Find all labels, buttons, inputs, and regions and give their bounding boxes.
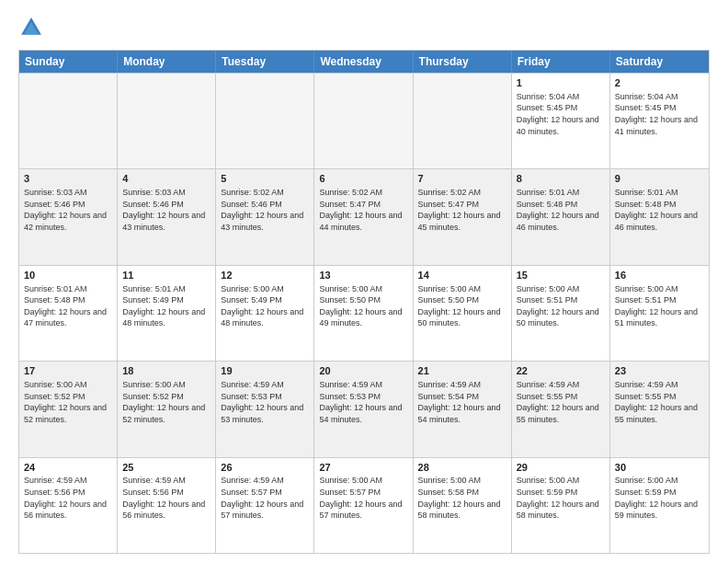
day-number: 1 (517, 76, 605, 90)
calendar-row-2: 3Sunrise: 5:03 AMSunset: 5:46 PMDaylight… (19, 168, 709, 264)
day-number: 22 (517, 364, 605, 378)
cell-info: Sunrise: 5:00 AMSunset: 5:51 PMDaylight:… (517, 283, 605, 329)
cell-info: Sunrise: 4:59 AMSunset: 5:55 PMDaylight:… (517, 379, 605, 425)
cal-cell-3: 3Sunrise: 5:03 AMSunset: 5:46 PMDaylight… (19, 169, 118, 264)
cell-info: Sunrise: 5:00 AMSunset: 5:59 PMDaylight:… (615, 475, 704, 521)
cal-cell-26: 26Sunrise: 4:59 AMSunset: 5:57 PMDayligh… (216, 458, 314, 553)
cell-info: Sunrise: 5:01 AMSunset: 5:48 PMDaylight:… (517, 187, 605, 233)
calendar-header: SundayMondayTuesdayWednesdayThursdayFrid… (19, 51, 709, 73)
cal-cell-12: 12Sunrise: 5:00 AMSunset: 5:49 PMDayligh… (216, 266, 314, 361)
cal-cell-19: 19Sunrise: 4:59 AMSunset: 5:53 PMDayligh… (216, 362, 314, 456)
cal-cell-9: 9Sunrise: 5:01 AMSunset: 5:48 PMDaylight… (610, 169, 709, 264)
cal-cell-8: 8Sunrise: 5:01 AMSunset: 5:48 PMDaylight… (512, 169, 610, 264)
cell-info: Sunrise: 5:00 AMSunset: 5:50 PMDaylight:… (319, 283, 407, 329)
header-day-thursday: Thursday (414, 51, 512, 73)
logo (18, 15, 48, 40)
calendar-row-1: 1Sunrise: 5:04 AMSunset: 5:45 PMDaylight… (19, 73, 709, 168)
cell-info: Sunrise: 4:59 AMSunset: 5:57 PMDaylight:… (221, 475, 309, 521)
cell-info: Sunrise: 5:02 AMSunset: 5:46 PMDaylight:… (221, 187, 309, 233)
cal-cell-24: 24Sunrise: 4:59 AMSunset: 5:56 PMDayligh… (19, 458, 118, 553)
cell-info: Sunrise: 5:00 AMSunset: 5:51 PMDaylight:… (615, 283, 704, 329)
header-day-saturday: Saturday (610, 51, 709, 73)
header (18, 15, 710, 40)
cell-info: Sunrise: 4:59 AMSunset: 5:55 PMDaylight:… (615, 379, 704, 425)
cell-info: Sunrise: 5:03 AMSunset: 5:46 PMDaylight:… (24, 187, 112, 233)
header-day-sunday: Sunday (19, 51, 118, 73)
cell-info: Sunrise: 5:04 AMSunset: 5:45 PMDaylight:… (517, 91, 605, 137)
cell-info: Sunrise: 5:03 AMSunset: 5:46 PMDaylight:… (122, 187, 210, 233)
cell-info: Sunrise: 5:01 AMSunset: 5:49 PMDaylight:… (122, 283, 210, 329)
cell-info: Sunrise: 4:59 AMSunset: 5:56 PMDaylight:… (24, 475, 112, 521)
cal-cell-13: 13Sunrise: 5:00 AMSunset: 5:50 PMDayligh… (314, 266, 413, 361)
cal-cell-14: 14Sunrise: 5:00 AMSunset: 5:50 PMDayligh… (414, 266, 512, 361)
day-number: 11 (122, 269, 210, 282)
cell-info: Sunrise: 4:59 AMSunset: 5:56 PMDaylight:… (122, 475, 210, 521)
day-number: 25 (122, 461, 210, 475)
cell-info: Sunrise: 5:01 AMSunset: 5:48 PMDaylight:… (24, 283, 112, 329)
calendar-row-5: 24Sunrise: 4:59 AMSunset: 5:56 PMDayligh… (19, 457, 709, 553)
header-day-monday: Monday (118, 51, 216, 73)
calendar: SundayMondayTuesdayWednesdayThursdayFrid… (18, 50, 710, 554)
day-number: 21 (418, 364, 506, 378)
calendar-row-4: 17Sunrise: 5:00 AMSunset: 5:52 PMDayligh… (19, 361, 709, 456)
calendar-body: 1Sunrise: 5:04 AMSunset: 5:45 PMDaylight… (19, 73, 709, 553)
day-number: 17 (24, 364, 112, 378)
cell-info: Sunrise: 5:02 AMSunset: 5:47 PMDaylight:… (319, 187, 407, 233)
day-number: 19 (221, 364, 309, 378)
cal-cell-11: 11Sunrise: 5:01 AMSunset: 5:49 PMDayligh… (118, 266, 216, 361)
day-number: 8 (517, 172, 605, 186)
day-number: 15 (517, 269, 605, 282)
cal-cell-empty-1 (118, 74, 216, 168)
cal-cell-29: 29Sunrise: 5:00 AMSunset: 5:59 PMDayligh… (512, 458, 610, 553)
day-number: 20 (319, 364, 407, 378)
day-number: 5 (221, 172, 309, 186)
cal-cell-15: 15Sunrise: 5:00 AMSunset: 5:51 PMDayligh… (512, 266, 610, 361)
header-day-wednesday: Wednesday (314, 51, 413, 73)
cal-cell-empty-3 (314, 74, 413, 168)
day-number: 2 (615, 76, 704, 90)
day-number: 28 (418, 461, 506, 475)
day-number: 14 (418, 269, 506, 282)
cell-info: Sunrise: 5:00 AMSunset: 5:58 PMDaylight:… (418, 475, 506, 521)
cal-cell-20: 20Sunrise: 4:59 AMSunset: 5:53 PMDayligh… (314, 362, 413, 456)
day-number: 26 (221, 461, 309, 475)
cell-info: Sunrise: 5:00 AMSunset: 5:49 PMDaylight:… (221, 283, 309, 329)
cell-info: Sunrise: 4:59 AMSunset: 5:53 PMDaylight:… (221, 379, 309, 425)
calendar-row-3: 10Sunrise: 5:01 AMSunset: 5:48 PMDayligh… (19, 265, 709, 361)
cal-cell-23: 23Sunrise: 4:59 AMSunset: 5:55 PMDayligh… (610, 362, 709, 456)
day-number: 7 (418, 172, 506, 186)
logo-icon (18, 15, 44, 40)
cell-info: Sunrise: 5:00 AMSunset: 5:57 PMDaylight:… (319, 475, 407, 521)
day-number: 13 (319, 269, 407, 282)
cal-cell-10: 10Sunrise: 5:01 AMSunset: 5:48 PMDayligh… (19, 266, 118, 361)
cal-cell-18: 18Sunrise: 5:00 AMSunset: 5:52 PMDayligh… (118, 362, 216, 456)
cell-info: Sunrise: 5:00 AMSunset: 5:52 PMDaylight:… (122, 379, 210, 425)
cal-cell-25: 25Sunrise: 4:59 AMSunset: 5:56 PMDayligh… (118, 458, 216, 553)
cal-cell-16: 16Sunrise: 5:00 AMSunset: 5:51 PMDayligh… (610, 266, 709, 361)
day-number: 29 (517, 461, 605, 475)
cell-info: Sunrise: 5:02 AMSunset: 5:47 PMDaylight:… (418, 187, 506, 233)
cal-cell-30: 30Sunrise: 5:00 AMSunset: 5:59 PMDayligh… (610, 458, 709, 553)
day-number: 4 (122, 172, 210, 186)
cal-cell-22: 22Sunrise: 4:59 AMSunset: 5:55 PMDayligh… (512, 362, 610, 456)
cal-cell-6: 6Sunrise: 5:02 AMSunset: 5:47 PMDaylight… (314, 169, 413, 264)
day-number: 3 (24, 172, 112, 186)
cal-cell-7: 7Sunrise: 5:02 AMSunset: 5:47 PMDaylight… (414, 169, 512, 264)
cal-cell-27: 27Sunrise: 5:00 AMSunset: 5:57 PMDayligh… (314, 458, 413, 553)
header-day-tuesday: Tuesday (216, 51, 314, 73)
cal-cell-5: 5Sunrise: 5:02 AMSunset: 5:46 PMDaylight… (216, 169, 314, 264)
day-number: 24 (24, 461, 112, 475)
cal-cell-2: 2Sunrise: 5:04 AMSunset: 5:45 PMDaylight… (610, 74, 709, 168)
cell-info: Sunrise: 5:00 AMSunset: 5:50 PMDaylight:… (418, 283, 506, 329)
cal-cell-empty-4 (414, 74, 512, 168)
day-number: 10 (24, 269, 112, 282)
header-day-friday: Friday (512, 51, 610, 73)
page: SundayMondayTuesdayWednesdayThursdayFrid… (0, 0, 728, 563)
day-number: 16 (615, 269, 704, 282)
cal-cell-17: 17Sunrise: 5:00 AMSunset: 5:52 PMDayligh… (19, 362, 118, 456)
day-number: 6 (319, 172, 407, 186)
day-number: 30 (615, 461, 704, 475)
cell-info: Sunrise: 5:00 AMSunset: 5:52 PMDaylight:… (24, 379, 112, 425)
cell-info: Sunrise: 5:01 AMSunset: 5:48 PMDaylight:… (615, 187, 704, 233)
cal-cell-empty-2 (216, 74, 314, 168)
